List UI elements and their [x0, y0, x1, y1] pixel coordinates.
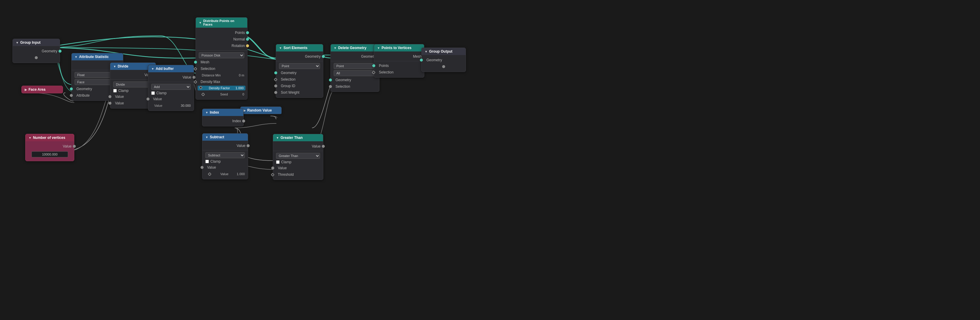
density-max-socket[interactable]: [193, 80, 197, 84]
face-area-title: Face Area: [29, 88, 46, 91]
index-node: ▼ Index Index: [202, 109, 243, 126]
chevron-icon: ▼: [16, 41, 19, 44]
gt-op-select[interactable]: Greater Than: [276, 153, 320, 159]
sort-elements-title: Sort Elements: [283, 46, 307, 50]
divide-clamp-checkbox[interactable]: [113, 89, 117, 93]
value-socket[interactable]: [73, 145, 76, 148]
divide-title: Divide: [118, 64, 128, 69]
mesh-input-row: Mesh: [196, 59, 247, 66]
subtract-node: ▼ Subtract Value Subtract Clamp Value Va…: [202, 133, 248, 179]
ptv-points-socket[interactable]: [372, 64, 375, 67]
rotation-output-row: Rotation: [196, 43, 247, 49]
subtract-header: ▼ Subtract: [202, 134, 248, 141]
delete-geo-in-socket[interactable]: [329, 78, 332, 82]
distribute-points-title: Distribute Points on Faces: [203, 19, 244, 26]
points-output-row: Points: [196, 29, 247, 36]
add-operation-select[interactable]: Add: [151, 84, 191, 90]
geometry-output-row: Geometry: [13, 48, 60, 54]
sort-type-select[interactable]: Point: [279, 63, 320, 69]
geometry-socket[interactable]: [70, 88, 73, 90]
normal-output-row: Normal: [196, 36, 247, 43]
density-factor-socket[interactable]: [199, 86, 203, 90]
sort-selection-input: Selection: [276, 76, 323, 83]
sort-geometry-socket[interactable]: [322, 55, 325, 58]
points-socket[interactable]: [246, 31, 249, 34]
sort-elements-header: ▼ Sort Elements: [276, 44, 323, 51]
ptv-points-input: Points: [374, 62, 424, 69]
sort-groupid-input: Group ID: [276, 83, 323, 89]
seed-value: 0: [242, 93, 244, 96]
add-clamp-row: Clamp: [148, 90, 194, 96]
normal-socket[interactable]: [246, 38, 249, 41]
add-buffer-value-socket[interactable]: [192, 76, 196, 79]
attribute-statistic-header: ▼ Attribute Statistic: [72, 53, 123, 60]
divide-operation-select[interactable]: Divide: [113, 82, 153, 88]
attribute-socket[interactable]: [70, 94, 73, 97]
number-of-vertices-header: ▼ Number of vertices: [25, 134, 74, 141]
sort-geo-in-socket[interactable]: [274, 71, 277, 74]
greater-than-header: ▼ Greater Than: [273, 134, 323, 141]
index-title: Index: [210, 110, 219, 115]
distance-min-row: Distance Min 0 m: [196, 72, 247, 78]
delete-type2-select[interactable]: All: [334, 70, 376, 76]
add-buffer-value-output: Value: [148, 74, 194, 81]
subtract-value-output: Value: [202, 142, 248, 149]
subtract-value-display: 1.000: [237, 172, 245, 176]
delete-type1-select[interactable]: Point: [334, 63, 376, 69]
gt-value-input: Value: [273, 165, 323, 171]
group-output-header: ▼ Group Output: [422, 48, 466, 55]
gt-clamp-checkbox[interactable]: [276, 160, 280, 164]
delete-geometry-node: ▼ Delete Geometry Geometry Point All Geo…: [331, 44, 379, 92]
sort-weight-input: Sort Weight: [276, 89, 323, 96]
add-clamp-checkbox[interactable]: [151, 91, 155, 95]
subtract-op-select[interactable]: Subtract: [205, 152, 245, 158]
go-geometry-input: Geometry: [422, 57, 466, 63]
gt-val-socket[interactable]: [271, 166, 274, 170]
delete-sel-socket[interactable]: [329, 85, 332, 88]
subtract-clamp-row: Clamp: [202, 159, 248, 164]
density-factor-row: Density Factor 1.000: [197, 86, 245, 90]
points-to-vertices-header: ▼ Points to Vertices: [374, 44, 424, 51]
group-input-header: ▼ Group Input: [13, 39, 60, 46]
density-factor-value: 1.000: [235, 86, 243, 90]
subtract-value-socket[interactable]: [247, 144, 250, 147]
mesh-socket[interactable]: [194, 61, 197, 64]
subtract-val2-diamond[interactable]: [208, 172, 212, 176]
divide-val1-socket[interactable]: [108, 95, 111, 98]
gt-threshold-socket[interactable]: [271, 173, 275, 177]
sort-sel-socket[interactable]: [274, 78, 278, 82]
selection-socket[interactable]: [193, 67, 197, 71]
sort-weight-socket[interactable]: [274, 91, 277, 94]
index-socket[interactable]: [242, 120, 245, 123]
delete-geo-input: Geometry: [331, 77, 379, 83]
gt-value-socket[interactable]: [322, 145, 325, 148]
selection-input-row: Selection: [196, 66, 247, 72]
output-socket[interactable]: [35, 56, 38, 59]
distribute-mode-select[interactable]: Poisson Disk: [199, 52, 244, 58]
subtract-clamp-checkbox[interactable]: [205, 160, 209, 163]
group-output-title: Group Output: [429, 50, 453, 54]
divide-val2-socket[interactable]: [108, 102, 111, 105]
delete-sel-input: Selection: [331, 83, 379, 90]
add-buffer-node: ▼ Add buffer Value Add Clamp Value Value…: [148, 65, 194, 111]
seed-socket[interactable]: [201, 93, 205, 96]
delete-geometry-header: ▼ Delete Geometry: [331, 44, 379, 51]
ptv-mesh-output: Mesh: [374, 53, 424, 60]
subtract-val1-row: Value: [202, 164, 248, 171]
go-geometry-socket[interactable]: [420, 59, 423, 62]
rotation-socket[interactable]: [246, 44, 249, 47]
points-to-vertices-node: ▼ Points to Vertices Mesh Points Selecti…: [374, 44, 424, 78]
face-area-node: ▶ Face Area: [21, 86, 63, 93]
number-of-vertices-node: ▼ Number of vertices Value 10000.000: [25, 134, 74, 161]
go-dot-socket[interactable]: [442, 65, 445, 68]
group-input-title: Group Input: [20, 40, 41, 45]
sort-groupid-socket[interactable]: [274, 85, 277, 88]
greater-than-node: ▼ Greater Than Value Greater Than Clamp …: [273, 134, 323, 180]
vertices-value[interactable]: 10000.000: [32, 151, 68, 157]
geometry-output-socket[interactable]: [59, 50, 62, 53]
sort-geometry-output: Geometry: [276, 53, 323, 60]
add-val1-socket[interactable]: [146, 98, 150, 101]
group-output-node: ▼ Group Output Geometry: [422, 48, 466, 72]
subtract-val1-socket[interactable]: [200, 166, 204, 169]
add-val1-row: Value: [148, 96, 194, 102]
